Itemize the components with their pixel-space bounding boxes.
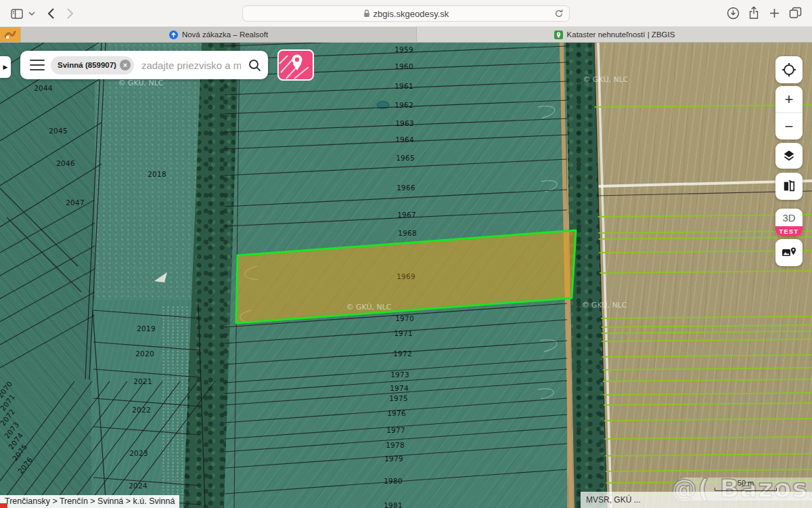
view-3d-button[interactable]: 3D TEST [775, 209, 803, 236]
menu-icon[interactable] [30, 60, 45, 71]
browser-toolbar: zbgis.skgeodesy.sk [0, 0, 812, 27]
tab-zbgis[interactable]: Kataster nehnuteľností | ZBGIS [416, 27, 812, 42]
map-theme-button[interactable] [277, 49, 314, 81]
url-bar[interactable]: zbgis.skgeodesy.sk [242, 5, 570, 22]
forward-button[interactable] [67, 8, 74, 19]
search-chip-label: Svinná (859907) [58, 61, 116, 69]
tile-watermark: © GKÚ, NLC [346, 303, 391, 312]
search-bar[interactable]: Svinná (859907) × [20, 51, 268, 79]
tile-watermark: © GKÚ, NLC [583, 75, 628, 84]
zoom-out-button[interactable]: − [775, 113, 803, 140]
panel-expand-button[interactable]: ▶ [0, 56, 11, 78]
tab-bar: Nová zákazka – Realsoft Kataster nehnute… [0, 27, 812, 43]
share-icon[interactable] [748, 6, 759, 20]
test-badge: TEST [775, 226, 803, 236]
new-tab-button[interactable] [769, 8, 780, 18]
compare-maps-button[interactable] [775, 173, 803, 200]
tile-watermark: © GKÚ, NLC [118, 79, 163, 87]
corner-red-marker [0, 503, 7, 508]
realsoft-favicon-icon [169, 30, 178, 39]
tab-realsoft[interactable]: Nová zákazka – Realsoft [20, 27, 416, 42]
breadcrumb[interactable]: Trenčiansky > Trenčín > Svinná > k.ú. Sv… [0, 495, 179, 508]
search-input[interactable] [140, 59, 242, 72]
downloads-button[interactable] [727, 7, 740, 20]
tab-title: Kataster nehnuteľností | ZBGIS [567, 30, 675, 39]
back-button[interactable] [47, 8, 54, 19]
layers-button[interactable] [775, 143, 803, 169]
sidebar-toggle-button[interactable] [11, 9, 23, 19]
search-icon[interactable] [248, 59, 261, 72]
map-attribution[interactable]: MVSR, GKÚ ... [581, 492, 812, 508]
tab-overview-button[interactable] [789, 7, 802, 19]
photo-map-button[interactable] [775, 239, 803, 266]
tile-watermark: © GKÚ, NLC [581, 301, 627, 310]
zoom-capsule: + − [775, 86, 803, 140]
tab-title: Nová zákazka – Realsoft [182, 30, 268, 39]
url-text: zbgis.skgeodesy.sk [374, 9, 449, 19]
scale-line [715, 488, 777, 491]
browser-window: zbgis.skgeodesy.sk [0, 0, 812, 508]
chip-remove-icon[interactable]: × [120, 60, 131, 70]
scale-bar: 50 m [715, 479, 777, 491]
lock-icon [363, 9, 370, 18]
zoom-in-button[interactable]: + [775, 86, 803, 112]
pinned-tab[interactable] [0, 27, 20, 42]
pinned-favicon-icon [4, 30, 16, 40]
threed-label: 3D [775, 209, 803, 226]
scale-label: 50 m [715, 479, 777, 487]
search-chip[interactable]: Svinná (859907) × [51, 56, 134, 75]
tile-watermark-layer: © GKÚ, NLC© GKÚ, NLC© GKÚ, NLC© GKÚ, NLC [0, 43, 812, 508]
chevron-down-icon[interactable] [28, 12, 35, 16]
zbgis-favicon-icon [554, 30, 563, 39]
reload-icon[interactable] [554, 8, 564, 19]
map-viewport[interactable]: 1959196019611962196319641965196619671968… [0, 43, 812, 508]
locate-me-button[interactable] [775, 56, 803, 83]
